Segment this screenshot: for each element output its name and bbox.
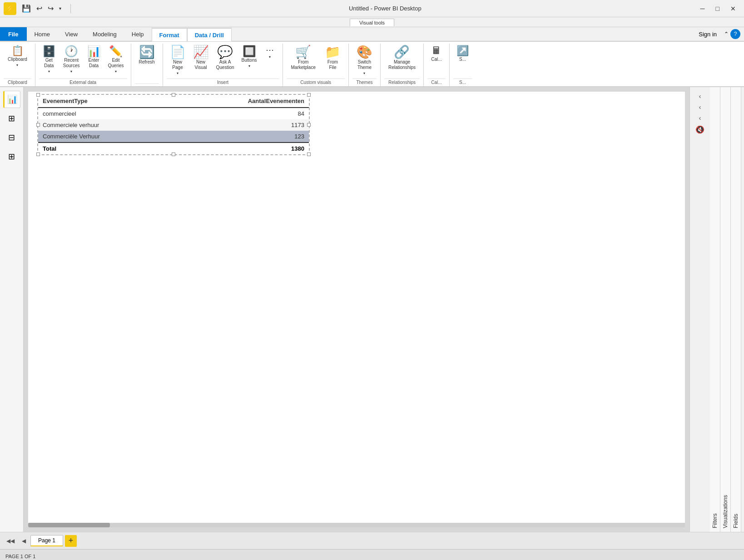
redo-button[interactable]: ↪ [46,3,55,14]
resize-handle-tl[interactable] [36,93,40,97]
minimize-button[interactable]: ─ [696,3,709,14]
status-bar: PAGE 1 OF 1 [0,549,744,560]
visualizations-collapse-button[interactable]: ‹ [695,102,705,113]
speaker-button[interactable]: 🔇 [692,123,708,136]
new-page-icon: 📄 [170,46,186,59]
visual-tools-bar: Visual tools [0,17,744,27]
external-data-group-label: External data [39,79,127,86]
col-header-aantal-evenementen[interactable]: AantalEvenementen [174,95,309,108]
resize-handle-tr[interactable] [307,93,311,97]
recent-sources-button[interactable]: 🕐 RecentSources ▾ [60,44,83,76]
table-row-selected[interactable]: Commerciële Verhuur 123 [38,131,309,142]
left-panel-data-view[interactable]: ⊞ [3,110,20,127]
clipboard-button[interactable]: 📋 Clipboard ▾ [4,44,31,69]
switch-theme-label: SwitchTheme [357,59,372,70]
qs-more-button[interactable]: ▾ [57,5,63,12]
collapse-ribbon-button[interactable]: ⌃ [724,31,729,37]
scrollbar-thumb[interactable] [28,523,110,527]
resize-handle-bl[interactable] [36,152,40,156]
new-visual-button[interactable]: 📈 NewVisual [190,44,212,73]
ribbon-group-custom-visuals: 🛒 FromMarketplace 📁 FromFile Custom visu… [283,44,348,86]
ribbon-group-external-items: 🗄️ GetData ▾ 🕐 RecentSources ▾ 📊 EnterDa… [39,44,127,78]
page-prev-button[interactable]: ◀ [19,536,29,546]
right-panels: ‹ ‹ ‹ 🔇 Filters Visualizations Fields [689,87,744,532]
calculations-label: Cal... [431,57,441,62]
calculations-icon: 🖩 [432,46,441,56]
more-visuals-icon: ⋯ [266,46,274,54]
close-button[interactable]: ✕ [726,3,740,14]
fields-panel-label[interactable]: Fields [731,87,741,532]
save-button[interactable]: 💾 [20,3,33,14]
tab-format[interactable]: Format [152,28,187,41]
cell-type-2: Commerciële Verhuur [38,131,174,142]
new-page-arrow: ▾ [177,71,179,75]
get-data-button[interactable]: 🗄️ GetData ▾ [39,44,59,76]
ribbon-group-refresh-items: 🔄 Refresh [135,44,159,83]
model-view-icon: ⊟ [8,133,15,142]
fields-collapse-button[interactable]: ‹ [695,113,705,123]
table-row[interactable]: Commerciele verhuur 1173 [38,119,309,131]
tab-view[interactable]: View [58,27,85,41]
left-panel-model-view[interactable]: ⊟ [3,129,20,146]
filters-collapse-button[interactable]: ‹ [695,91,705,102]
resize-handle-br[interactable] [307,152,311,156]
switch-theme-button[interactable]: 🎨 SwitchTheme ▾ [352,44,377,78]
resize-handle-mr[interactable] [307,123,311,127]
edit-queries-button[interactable]: ✏️ EditQueries ▾ [105,44,127,76]
window-title: Untitled - Power BI Desktop [74,5,696,12]
refresh-button[interactable]: 🔄 Refresh [135,44,159,67]
share-label: S... [459,57,466,62]
ribbon-group-relationships-items: 🔗 ManageRelationships [384,44,420,78]
table-body: commercieel 84 Commerciele verhuur 1173 … [38,108,309,142]
calculations-group-label: Cal... [427,79,446,86]
resize-handle-bm[interactable] [172,152,175,156]
quick-access-toolbar: 💾 ↩ ↪ ▾ [20,3,63,14]
tab-bar-right: ⌃ ? [724,29,744,39]
help-circle-button[interactable]: ? [730,29,740,39]
resize-handle-ml[interactable] [36,123,40,127]
ask-question-button[interactable]: 💬 Ask AQuestion [213,44,238,73]
enter-data-label: EnterData [89,58,99,69]
cell-count-2: 123 [174,131,309,142]
get-data-label: GetData [44,58,54,69]
calculations-button[interactable]: 🖩 Cal... [427,44,446,64]
from-file-button[interactable]: 📁 FromFile [321,44,345,73]
share-button[interactable]: ↗️ S... [453,44,472,64]
new-page-label: NewPage [172,59,183,70]
visualizations-panel-label[interactable]: Visualizations [720,87,731,532]
new-page-button[interactable]: 📄 NewPage ▾ [167,44,189,78]
table-row[interactable]: commercieel 84 [38,108,309,119]
left-panel-dax-view[interactable]: ⊞ [3,148,20,165]
maximize-button[interactable]: □ [711,3,724,14]
ribbon-group-refresh: 🔄 Refresh [131,44,163,86]
undo-button[interactable]: ↩ [35,3,44,14]
buttons-button[interactable]: 🔲 Buttons ▾ [238,44,260,70]
page-prev-prev-button[interactable]: ◀◀ [4,536,17,546]
left-panel-report-view[interactable]: 📊 [3,91,20,108]
dax-view-icon: ⊞ [8,152,15,162]
filters-panel-label[interactable]: Filters [710,87,720,532]
sign-in-button[interactable]: Sign in [691,28,724,40]
tab-data-drill[interactable]: Data / Drill [187,28,232,41]
canvas-scrollbar[interactable] [28,523,685,527]
from-marketplace-button[interactable]: 🛒 FromMarketplace [287,44,319,73]
tab-modeling[interactable]: Modeling [85,27,124,41]
col-header-evenement-type[interactable]: EvenementType [38,95,174,108]
page-1-tab[interactable]: Page 1 [30,535,63,546]
tab-file[interactable]: File [0,27,27,41]
resize-handle-tm[interactable] [172,93,175,97]
relationships-group-label: Relationships [384,79,420,86]
cell-count-0: 84 [174,108,309,119]
cell-type-0: commercieel [38,108,174,119]
canvas-page[interactable]: EvenementType AantalEvenementen commerci… [28,92,685,527]
report-view-icon: 📊 [7,94,17,104]
table-visual-container[interactable]: EvenementType AantalEvenementen commerci… [37,94,310,155]
ribbon-group-share: ↗️ S... S... [450,44,476,86]
manage-relationships-button[interactable]: 🔗 ManageRelationships [384,44,420,73]
enter-data-button[interactable]: 📊 EnterData [84,44,104,71]
more-visuals-button[interactable]: ⋯ ▾ [261,44,279,61]
from-file-label: FromFile [327,59,338,70]
add-page-button[interactable]: + [65,535,77,547]
tab-home[interactable]: Home [27,27,58,41]
tab-help[interactable]: Help [124,27,152,41]
